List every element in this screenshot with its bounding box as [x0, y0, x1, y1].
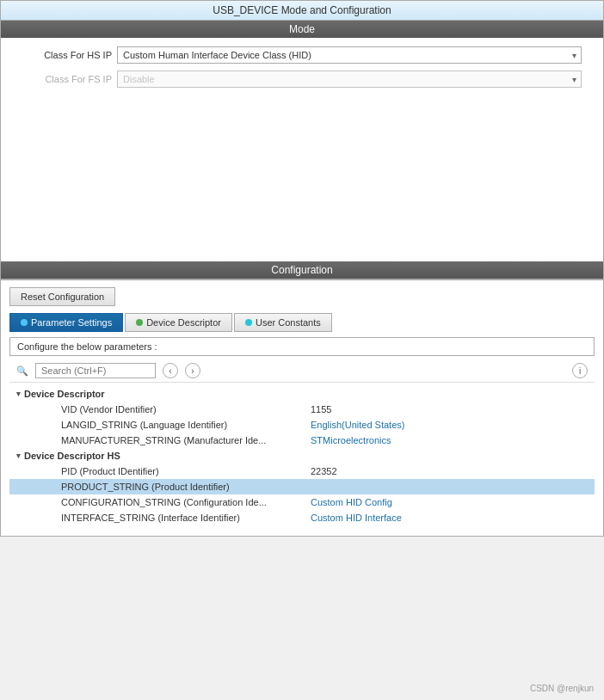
tab-dot-device: [136, 319, 143, 326]
tabs-row: Parameter Settings Device Descriptor Use…: [9, 313, 595, 332]
fs-ip-select-wrapper[interactable]: Disable ▾: [117, 71, 582, 88]
fs-ip-label: Class For FS IP: [14, 74, 117, 84]
list-item[interactable]: INTERFACE_STRING (Interface Identifier) …: [9, 510, 595, 525]
tab-parameter-settings[interactable]: Parameter Settings: [9, 313, 123, 332]
main-container: USB_DEVICE Mode and Configuration Mode C…: [0, 0, 604, 537]
watermark: CSDN @renjkun: [530, 684, 594, 693]
config-section-header: Configuration: [1, 261, 603, 279]
hs-ip-select[interactable]: Custom Human Interface Device Class (HID…: [117, 46, 582, 64]
fs-ip-select[interactable]: Disable: [117, 71, 582, 88]
search-icon: 🔍: [16, 365, 28, 377]
fs-ip-row: Class For FS IP Disable ▾: [14, 71, 590, 88]
config-content: Reset Configuration Parameter Settings D…: [1, 280, 603, 536]
tab-device-descriptor[interactable]: Device Descriptor: [125, 313, 232, 332]
list-item[interactable]: LANGID_STRING (Language Identifier) Engl…: [9, 417, 595, 433]
config-section: Reset Configuration Parameter Settings D…: [1, 279, 603, 536]
tab-dot-parameter: [21, 319, 28, 326]
window-title: USB_DEVICE Mode and Configuration: [213, 4, 391, 16]
tree-area: ▾ Device Descriptor VID (Vendor IDentifi…: [9, 383, 595, 529]
chevron-device-descriptor-hs-icon: ▾: [16, 451, 21, 460]
prev-search-button[interactable]: ‹: [163, 363, 178, 378]
search-bar: 🔍 ‹ › i: [9, 359, 595, 383]
mode-section-header: Mode: [1, 21, 603, 38]
hs-ip-label: Class For HS IP: [14, 50, 117, 60]
list-item[interactable]: PRODUCT_STRING (Product Identifier): [9, 479, 595, 494]
configure-text: Configure the below parameters :: [9, 337, 595, 356]
mode-section: Class For HS IP Custom Human Interface D…: [1, 38, 603, 261]
info-button[interactable]: i: [572, 363, 588, 378]
next-search-button[interactable]: ›: [185, 363, 200, 378]
reset-config-button[interactable]: Reset Configuration: [9, 287, 115, 306]
list-item[interactable]: MANUFACTURER_STRING (Manufacturer Ide...…: [9, 433, 595, 448]
hs-ip-select-wrapper[interactable]: Custom Human Interface Device Class (HID…: [117, 46, 582, 64]
list-item[interactable]: VID (Vendor IDentifier) 1155: [9, 402, 595, 417]
hs-ip-row: Class For HS IP Custom Human Interface D…: [14, 46, 590, 64]
chevron-device-descriptor-icon: ▾: [16, 390, 21, 398]
tab-user-constants[interactable]: User Constants: [234, 313, 332, 332]
top-title-bar: USB_DEVICE Mode and Configuration: [1, 1, 603, 21]
list-item[interactable]: PID (Product IDentifier) 22352: [9, 464, 595, 479]
tab-dot-user: [245, 319, 252, 326]
search-input[interactable]: [35, 363, 156, 378]
group-header-device-descriptor-hs[interactable]: ▾ Device Descriptor HS: [9, 448, 595, 464]
list-item[interactable]: CONFIGURATION_STRING (Configuration Ide.…: [9, 494, 595, 510]
group-header-device-descriptor[interactable]: ▾ Device Descriptor: [9, 386, 595, 402]
